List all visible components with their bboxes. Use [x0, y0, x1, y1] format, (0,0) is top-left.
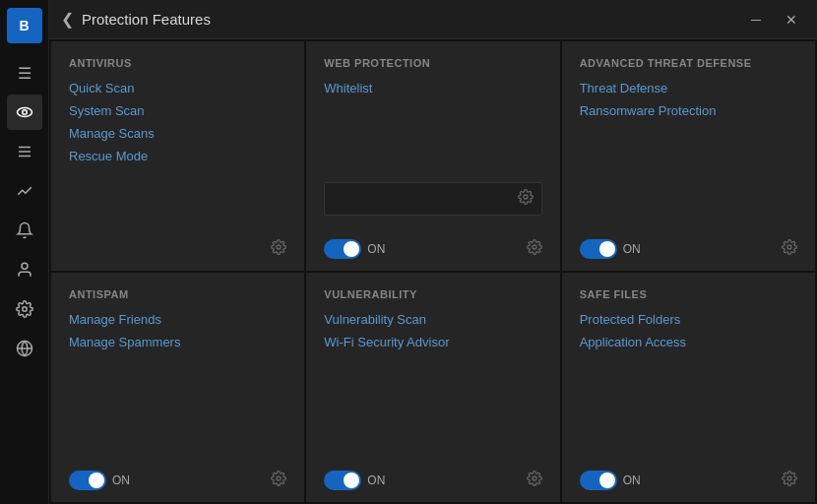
menu-icon[interactable]: ☰ [7, 55, 42, 91]
brand-icon[interactable]: B [7, 8, 42, 43]
svg-point-5 [22, 263, 28, 269]
close-button[interactable]: ✕ [778, 6, 805, 33]
settings-icon[interactable] [7, 291, 42, 327]
antivirus-gear-icon[interactable] [271, 239, 286, 259]
user-icon[interactable] [7, 252, 42, 287]
web-protection-card: WEB PROTECTION Whitelist [306, 41, 559, 271]
antispam-links: Manage Friends Manage Spammers [69, 312, 286, 382]
ransomware-protection-link[interactable]: Ransomware Protection [580, 103, 797, 118]
advanced-threat-title: ADVANCED THREAT DEFENSE [580, 57, 797, 69]
tools-icon[interactable] [7, 134, 42, 169]
safe-files-toggle-label: ON [623, 473, 641, 487]
antivirus-card: ANTIVIRUS Quick Scan System Scan Manage … [51, 41, 304, 271]
antispam-toggle-knob [89, 472, 104, 488]
safe-files-toggle-wrapper: ON [580, 471, 641, 490]
svg-point-1 [22, 110, 27, 115]
quick-scan-link[interactable]: Quick Scan [69, 81, 286, 95]
safe-files-footer: ON [580, 463, 797, 490]
web-protection-links: Whitelist [324, 81, 541, 149]
whitelist-gear-icon[interactable] [518, 189, 534, 209]
advanced-threat-toggle-knob [599, 241, 615, 257]
vulnerability-toggle-wrapper: ON [324, 471, 385, 490]
web-protection-toggle-wrapper: ON [324, 239, 385, 259]
whitelist-input[interactable] [333, 192, 517, 207]
features-grid: ANTIVIRUS Quick Scan System Scan Manage … [49, 39, 817, 504]
window-controls: ─ ✕ [742, 6, 805, 33]
page-title: Protection Features [82, 11, 742, 28]
antivirus-links: Quick Scan System Scan Manage Scans Resc… [69, 81, 286, 220]
safe-files-title: SAFE FILES [580, 288, 797, 300]
vulnerability-card: VULNERABILITY Vulnerability Scan Wi-Fi S… [306, 273, 559, 502]
advanced-threat-links: Threat Defense Ransomware Protection [580, 81, 797, 151]
system-scan-link[interactable]: System Scan [69, 103, 286, 118]
application-access-link[interactable]: Application Access [580, 335, 797, 349]
svg-point-0 [17, 108, 31, 117]
svg-point-13 [277, 476, 281, 480]
svg-point-6 [22, 307, 27, 312]
sidebar: B ☰ [0, 0, 49, 504]
svg-point-9 [277, 245, 281, 249]
globe-icon[interactable] [7, 331, 42, 366]
svg-point-14 [533, 476, 536, 480]
antispam-toggle-wrapper: ON [69, 471, 130, 490]
manage-spammers-link[interactable]: Manage Spammers [69, 335, 286, 349]
wifi-security-advisor-link[interactable]: Wi-Fi Security Advisor [324, 335, 541, 349]
web-protection-title: WEB PROTECTION [324, 57, 541, 69]
web-protection-toggle-knob [344, 241, 359, 257]
manage-friends-link[interactable]: Manage Friends [69, 312, 286, 327]
minimize-button[interactable]: ─ [742, 6, 770, 33]
advanced-threat-toggle[interactable] [580, 239, 617, 259]
vulnerability-scan-link[interactable]: Vulnerability Scan [324, 312, 541, 327]
svg-point-11 [533, 245, 536, 249]
safe-files-toggle-knob [599, 472, 615, 488]
back-button[interactable]: ❮ [61, 10, 74, 29]
advanced-threat-footer: ON [580, 231, 797, 259]
safe-files-links: Protected Folders Application Access [580, 312, 797, 382]
antispam-toggle-label: ON [112, 473, 130, 487]
svg-point-10 [524, 195, 528, 199]
threat-defense-link[interactable]: Threat Defense [580, 81, 797, 95]
manage-scans-link[interactable]: Manage Scans [69, 126, 286, 141]
antispam-footer: ON [69, 463, 286, 490]
antispam-title: ANTISPAM [69, 288, 286, 300]
web-protection-toggle-label: ON [367, 242, 385, 256]
vulnerability-toggle[interactable] [324, 471, 361, 490]
vulnerability-gear-icon[interactable] [527, 471, 542, 490]
vulnerability-toggle-label: ON [367, 473, 385, 487]
advanced-threat-card: ADVANCED THREAT DEFENSE Threat Defense R… [562, 41, 815, 271]
rescue-mode-link[interactable]: Rescue Mode [69, 149, 286, 163]
safe-files-toggle[interactable] [580, 471, 617, 490]
antivirus-title: ANTIVIRUS [69, 57, 286, 69]
main-content: ❮ Protection Features ─ ✕ ANTIVIRUS Quic… [49, 0, 817, 504]
whitelist-input-area [324, 182, 541, 216]
whitelist-link[interactable]: Whitelist [324, 81, 541, 95]
advanced-threat-toggle-wrapper: ON [580, 239, 641, 259]
antispam-card: ANTISPAM Manage Friends Manage Spammers … [51, 273, 304, 502]
advanced-threat-toggle-label: ON [623, 242, 641, 256]
antispam-toggle[interactable] [69, 471, 106, 490]
analytics-icon[interactable] [7, 173, 42, 209]
bell-icon[interactable] [7, 213, 42, 248]
antispam-gear-icon[interactable] [271, 471, 286, 490]
safe-files-card: SAFE FILES Protected Folders Application… [562, 273, 815, 502]
svg-point-12 [787, 245, 791, 249]
titlebar: ❮ Protection Features ─ ✕ [49, 0, 817, 39]
vulnerability-title: VULNERABILITY [324, 288, 541, 300]
web-protection-gear-icon[interactable] [527, 239, 542, 259]
svg-point-15 [787, 476, 791, 480]
vulnerability-links: Vulnerability Scan Wi-Fi Security Adviso… [324, 312, 541, 382]
vulnerability-toggle-knob [344, 472, 359, 488]
safe-files-gear-icon[interactable] [782, 471, 797, 490]
protected-folders-link[interactable]: Protected Folders [580, 312, 797, 327]
web-protection-toggle[interactable] [324, 239, 361, 259]
advanced-threat-gear-icon[interactable] [782, 239, 797, 259]
web-protection-footer: ON [324, 231, 541, 259]
eye-icon[interactable] [7, 94, 42, 130]
antivirus-footer [69, 231, 286, 259]
vulnerability-footer: ON [324, 463, 541, 490]
